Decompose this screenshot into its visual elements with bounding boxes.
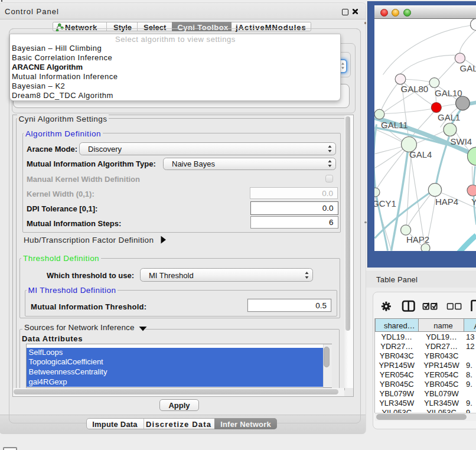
svg-text:SWI4: SWI4 <box>450 136 472 146</box>
svg-text:GAL11: GAL11 <box>381 119 408 129</box>
svg-text:HAP2: HAP2 <box>406 234 429 244</box>
svg-text:GAL4: GAL4 <box>409 149 432 159</box>
svg-text:GAL10: GAL10 <box>435 88 462 98</box>
svg-text:Y: Y <box>471 196 476 206</box>
svg-text:GCY1: GCY1 <box>374 198 396 208</box>
svg-text:GAL1: GAL1 <box>438 112 460 122</box>
svg-text:GAL7: GAL7 <box>459 63 476 73</box>
svg-text:GAL80: GAL80 <box>400 83 428 93</box>
svg-text:HAP4: HAP4 <box>435 197 458 207</box>
